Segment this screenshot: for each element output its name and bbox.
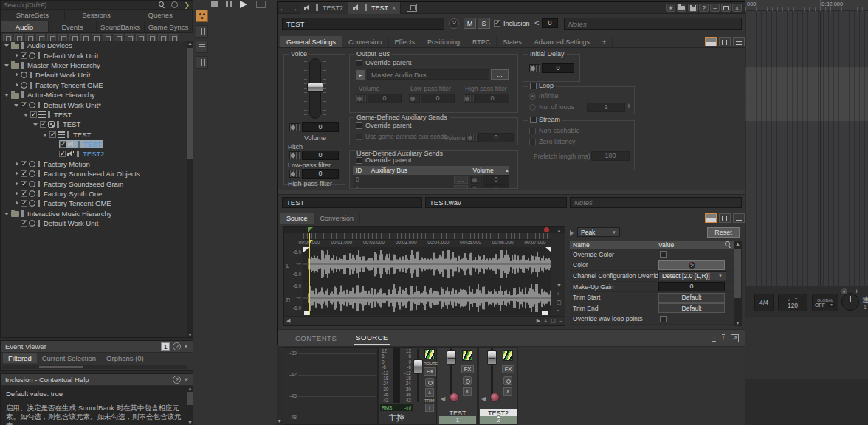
expander-closed-icon[interactable] — [13, 200, 21, 207]
save-icon[interactable] — [688, 4, 698, 12]
tree-item-factory-tencent-gme[interactable]: Factory Tencent GME — [1, 80, 187, 90]
zoom-in-icon[interactable]: + — [557, 291, 559, 297]
color-picker-icon[interactable] — [449, 18, 459, 29]
pan-route-icon[interactable] — [503, 350, 513, 361]
spinner-icons[interactable]: ▲▼ — [626, 103, 632, 108]
stop-button[interactable] — [211, 1, 218, 7]
initial-delay-slider[interactable] — [529, 64, 540, 72]
zero-latency-checkbox[interactable] — [529, 139, 536, 145]
browse-bus-button[interactable]: ... — [491, 69, 509, 80]
settings-tab-general-settings[interactable]: General Settings — [280, 36, 342, 47]
pause-button[interactable] — [226, 1, 232, 7]
volume-value[interactable]: 0 — [302, 122, 339, 132]
layout-icon[interactable] — [407, 4, 417, 12]
info-button[interactable]: i — [425, 404, 434, 412]
scroll-down-icon[interactable]: ▼ — [735, 320, 740, 325]
tree-item-factory-soundseed-air-objects[interactable]: Factory Soundseed Air Objects — [1, 169, 187, 179]
pin-icon[interactable]: ✳ — [666, 4, 675, 12]
mixer-scrollbar[interactable]: ▼ — [277, 347, 283, 425]
source-tab-conversion[interactable]: Conversion — [314, 212, 361, 224]
wave-scrollbar[interactable]: ◀ ▶ + ▢ − — [284, 316, 565, 325]
scroll-up-icon[interactable]: ▲ — [557, 228, 562, 233]
browse-aux-button[interactable]: ... — [454, 185, 468, 190]
prop-row-trim-start[interactable]: Trim StartDefault — [570, 292, 734, 303]
scroll-up-icon[interactable]: ▲ — [735, 241, 740, 246]
explorer-tab-game-syncs[interactable]: Game Syncs — [145, 21, 193, 32]
aux-volume-slider[interactable] — [466, 134, 478, 142]
search-bar[interactable]: Search (Ctrl+F) ❯ — [1, 1, 193, 10]
bus-highpass-slider[interactable] — [464, 94, 475, 103]
props-scrollbar[interactable]: ▲ ▼ — [734, 241, 742, 326]
scrollbar-thumb[interactable] — [187, 392, 193, 405]
nav-forward-icon[interactable]: → — [289, 4, 300, 13]
master-pan-icon[interactable] — [424, 349, 435, 359]
inclusion-checkbox[interactable] — [21, 170, 27, 177]
view-split-icon[interactable] — [719, 213, 731, 223]
inclusion-checkbox[interactable] — [49, 131, 56, 138]
prop-row-override-color[interactable]: Override Color — [570, 249, 734, 260]
bottom-tab-contents[interactable]: CONTENTS — [294, 332, 338, 345]
prop-dropdown[interactable]: Detect [2.0 (L,R)]▼ — [658, 271, 726, 280]
override-parent-checkbox[interactable] — [356, 157, 362, 164]
pitch-value[interactable]: 0 — [302, 151, 339, 160]
aux-row-0[interactable]: 0...0 — [353, 175, 509, 184]
view-single-icon[interactable] — [705, 213, 717, 223]
mixer-strip-test2[interactable]: FX∧◀TEST22 — [478, 347, 518, 425]
meter-mode-dropdown[interactable]: Peak▼ — [577, 227, 620, 237]
loop-end-marker[interactable] — [544, 227, 549, 232]
lowpass-slider[interactable] — [289, 170, 300, 178]
source-name-field[interactable]: TEST — [282, 197, 422, 208]
tree-item-test2[interactable]: TEST2 — [1, 149, 187, 159]
zoom-fit-icon[interactable]: ▢ — [557, 300, 562, 305]
view-list-icon[interactable] — [733, 213, 745, 223]
explorer-tab-queries[interactable]: Queries — [128, 10, 193, 21]
scroll-down-icon[interactable]: ▼ — [277, 418, 282, 424]
override-parent-checkbox[interactable] — [356, 122, 362, 129]
aux-volume-value[interactable]: 0 — [483, 184, 509, 190]
search-icon[interactable] — [725, 241, 731, 249]
dock-top-icon[interactable]: ↑ — [722, 334, 726, 342]
close-icon[interactable]: × — [184, 342, 188, 350]
doc-tab-test[interactable]: TEST× — [348, 2, 401, 14]
inclusion-checkbox[interactable] — [60, 141, 66, 148]
solo-button[interactable]: S — [478, 18, 490, 29]
reset-button[interactable]: Reset — [707, 227, 740, 238]
non-cachable-checkbox[interactable] — [529, 128, 536, 134]
scroll-right-icon[interactable]: ▶ — [537, 318, 540, 324]
scroll-up-icon[interactable]: ▲ — [187, 41, 193, 46]
explorer-tab-soundbanks[interactable]: SoundBanks — [97, 21, 145, 32]
tree-item-factory-motion[interactable]: Factory Motion — [1, 159, 187, 169]
loop-count-value[interactable]: 2 — [587, 103, 625, 112]
tree-item-factory-tencent-gme[interactable]: Factory Tencent GME — [1, 198, 187, 208]
close-tab-icon[interactable]: × — [392, 4, 396, 12]
trim-tool-button[interactable] — [196, 56, 208, 69]
scrollbar-thumb[interactable] — [734, 249, 741, 298]
filter-icon[interactable] — [171, 1, 178, 8]
nav-back-icon[interactable]: ← — [278, 4, 289, 13]
scroll-up-icon[interactable]: ▲ — [187, 386, 193, 391]
event-viewer-titlebar[interactable]: Event Viewer 1 ? × — [1, 341, 193, 353]
prop-checkbox[interactable] — [660, 316, 666, 322]
master-fader[interactable] — [413, 359, 423, 374]
bus-volume-value[interactable]: 0 — [368, 94, 402, 103]
explorer-tab-sharesets[interactable]: ShareSets — [1, 10, 65, 21]
stream-checkbox[interactable] — [530, 117, 537, 123]
search-input[interactable]: Search (Ctrl+F) — [4, 1, 46, 9]
time-signature-box[interactable]: 4/4 — [754, 294, 774, 311]
scroll-down-icon[interactable]: ▼ — [187, 332, 193, 337]
expander-open-icon[interactable] — [23, 111, 30, 118]
tree-item-audio-devices[interactable]: Audio Devices — [1, 41, 187, 50]
volume-fader-knob[interactable] — [307, 83, 323, 92]
aux-volume-value[interactable]: 0 — [478, 133, 514, 142]
tree-item-master-mixer-hierarchy[interactable]: Master-Mixer Hierarchy — [1, 61, 187, 70]
inclusion-checkbox[interactable] — [21, 161, 27, 167]
prop-row-color[interactable]: Color — [570, 260, 734, 272]
reference-count[interactable]: 0 — [542, 18, 558, 28]
open-icon[interactable] — [677, 4, 686, 12]
notes-field[interactable]: Notes — [564, 18, 742, 30]
time-ruler[interactable] — [303, 233, 551, 240]
trim-label[interactable]: TRIM — [424, 398, 434, 403]
object-name-field[interactable]: TEST — [282, 18, 444, 30]
tree-item-default-work-unit[interactable]: Default Work Unit* — [1, 100, 187, 109]
col-name[interactable]: Name — [570, 241, 658, 249]
